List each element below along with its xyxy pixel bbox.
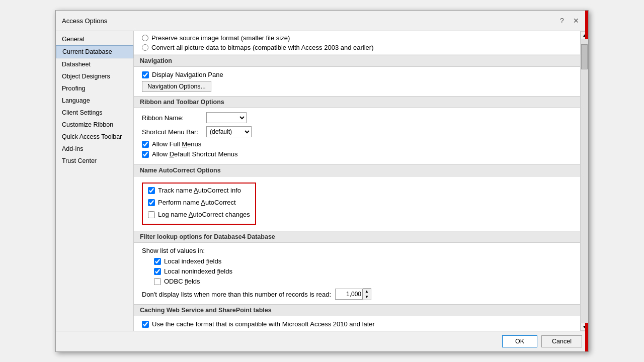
display-nav-pane-checkbox[interactable]	[142, 71, 149, 78]
filter-lookup-header: Filter lookup options for Database4 Data…	[134, 231, 580, 243]
sidebar-item-proofing[interactable]: Proofing	[56, 82, 133, 95]
allow-default-shortcut-label: Allow Default Shortcut Menus	[152, 150, 238, 158]
ribbon-toolbar-section: Ribbon and Toolbar Options Ribbon Name: …	[134, 96, 580, 164]
title-bar: Access Options ? ✕	[56, 11, 588, 31]
local-indexed-row: Local indexed fields	[154, 257, 572, 265]
allow-default-shortcut-row: Allow Default Shortcut Menus	[142, 150, 572, 158]
use-cache-label: Use the cache format that is compatible …	[152, 320, 375, 328]
allow-full-menus-checkbox[interactable]	[142, 141, 149, 148]
show-list-row: Show list of values in:	[142, 247, 572, 254]
filter-lookup-section: Filter lookup options for Database4 Data…	[134, 231, 580, 304]
log-autocorrect-row: Log name AutoCorrect changes	[148, 211, 250, 218]
name-autocorrect-header: Name AutoCorrect Options	[134, 164, 580, 176]
filter-lookup-body: Show list of values in: Local indexed fi…	[134, 243, 580, 304]
sidebar-item-client-settings[interactable]: Client Settings	[56, 107, 133, 119]
name-autocorrect-section: Name AutoCorrect Options Track name Auto…	[134, 164, 580, 231]
sidebar-item-general[interactable]: General	[56, 33, 133, 45]
perform-autocorrect-row: Perform name AutoCorrect	[148, 199, 250, 206]
close-button[interactable]: ✕	[570, 15, 582, 27]
ribbon-name-label: Ribbon Name:	[142, 114, 202, 122]
log-autocorrect-checkbox[interactable]	[148, 211, 155, 218]
navigation-section: Navigation Display Navigation Pane Navig…	[134, 55, 580, 96]
sidebar-item-datasheet[interactable]: Datasheet	[56, 58, 133, 70]
ribbon-name-select[interactable]	[206, 112, 247, 123]
local-nonindexed-checkbox[interactable]	[154, 268, 161, 275]
radio-row-1: Preserve source image format (smaller fi…	[142, 34, 572, 42]
help-button[interactable]: ?	[556, 15, 568, 27]
allow-full-menus-label: Allow Full Menus	[152, 140, 201, 148]
spinner-buttons: ▲ ▼	[363, 288, 371, 300]
use-cache-row: Use the cache format that is compatible …	[142, 320, 572, 328]
perform-autocorrect-checkbox[interactable]	[148, 199, 155, 206]
shortcut-menu-row: Shortcut Menu Bar: (default)	[142, 126, 572, 137]
use-cache-checkbox[interactable]	[142, 321, 149, 328]
main-area: Preserve source image format (smaller fi…	[134, 31, 588, 331]
shortcut-menu-label: Shortcut Menu Bar:	[142, 128, 202, 136]
autocorrect-highlight-box: Track name AutoCorrect info Perform name…	[142, 183, 256, 225]
ribbon-toolbar-header: Ribbon and Toolbar Options	[134, 96, 580, 108]
radio-row-2: Convert all picture data to bitmaps (com…	[142, 44, 572, 51]
display-nav-pane-label: Display Navigation Pane	[152, 71, 223, 78]
log-autocorrect-label: Log name AutoCorrect changes	[158, 211, 250, 218]
track-autocorrect-label: Track name AutoCorrect info	[158, 187, 241, 194]
local-indexed-checkbox[interactable]	[154, 258, 161, 265]
sidebar-item-trust-center[interactable]: Trust Center	[56, 155, 133, 167]
title-bar-buttons: ? ✕	[556, 15, 582, 27]
sidebar-item-language[interactable]: Language	[56, 95, 133, 107]
sidebar-item-current-database[interactable]: Current Database	[56, 45, 133, 58]
content-scroll: Preserve source image format (smaller fi…	[134, 31, 580, 331]
dialog-footer: OK Cancel	[56, 331, 588, 351]
navigation-options-button[interactable]: Navigation Options...	[142, 81, 211, 92]
track-autocorrect-checkbox[interactable]	[148, 187, 155, 194]
dont-display-label: Don't display lists when more than this …	[142, 291, 331, 298]
radio-preserve-label: Preserve source image format (smaller fi…	[151, 34, 290, 42]
records-input[interactable]	[335, 289, 363, 300]
sidebar-item-quick-access-toolbar[interactable]: Quick Access Toolbar	[56, 131, 133, 143]
sidebar-item-add-ins[interactable]: Add-ins	[56, 143, 133, 155]
dialog-title: Access Options	[62, 17, 107, 25]
odbc-fields-label: ODBC fields	[164, 278, 200, 285]
perform-autocorrect-label: Perform name AutoCorrect	[158, 199, 236, 206]
local-nonindexed-row: Local nonindexed fields	[154, 267, 572, 275]
caching-header: Caching Web Service and SharePoint table…	[134, 304, 580, 316]
caching-body: Use the cache format that is compatible …	[134, 316, 580, 331]
sidebar-item-customize-ribbon[interactable]: Customize Ribbon	[56, 119, 133, 131]
allow-default-shortcut-checkbox[interactable]	[142, 151, 149, 158]
radio-convert[interactable]	[142, 44, 148, 51]
navigation-body: Display Navigation Pane Navigation Optio…	[134, 67, 580, 96]
filter-indent: Local indexed fields Local nonindexed fi…	[142, 257, 572, 285]
shortcut-menu-select[interactable]: (default)	[206, 126, 252, 137]
allow-full-menus-row: Allow Full Menus	[142, 140, 572, 148]
spin-up-button[interactable]: ▲	[363, 289, 371, 294]
display-nav-pane-row: Display Navigation Pane	[142, 71, 572, 78]
ribbon-name-row: Ribbon Name:	[142, 112, 572, 123]
sidebar-item-object-designers[interactable]: Object Designers	[56, 70, 133, 82]
records-spinner: ▲ ▼	[335, 288, 371, 300]
ok-button[interactable]: OK	[502, 335, 537, 347]
navigation-header: Navigation	[134, 55, 580, 67]
top-partial: Preserve source image format (smaller fi…	[134, 31, 580, 55]
nav-options-row: Navigation Options...	[142, 81, 572, 92]
ribbon-toolbar-body: Ribbon Name: Shortcut Menu Bar: (default…	[134, 108, 580, 164]
track-autocorrect-row: Track name AutoCorrect info	[148, 187, 250, 194]
scroll-thumb[interactable]	[581, 44, 588, 69]
name-autocorrect-body: Track name AutoCorrect info Perform name…	[134, 176, 580, 231]
sidebar: General Current Database Datasheet Objec…	[56, 31, 134, 331]
spin-down-button[interactable]: ▼	[363, 294, 371, 300]
odbc-fields-checkbox[interactable]	[154, 278, 161, 285]
radio-convert-label: Convert all picture data to bitmaps (com…	[151, 44, 374, 51]
odbc-fields-row: ODBC fields	[154, 278, 572, 285]
dialog-body: General Current Database Datasheet Objec…	[56, 31, 588, 331]
local-nonindexed-label: Local nonindexed fields	[164, 267, 232, 275]
scrollbar[interactable]: ▲ ▼	[580, 31, 588, 331]
dont-display-row: Don't display lists when more than this …	[142, 288, 572, 300]
radio-preserve[interactable]	[142, 35, 148, 41]
local-indexed-label: Local indexed fields	[164, 257, 221, 265]
cancel-button[interactable]: Cancel	[541, 335, 582, 347]
show-list-label: Show list of values in:	[142, 247, 205, 254]
scroll-track[interactable]	[581, 39, 588, 323]
caching-section: Caching Web Service and SharePoint table…	[134, 304, 580, 331]
